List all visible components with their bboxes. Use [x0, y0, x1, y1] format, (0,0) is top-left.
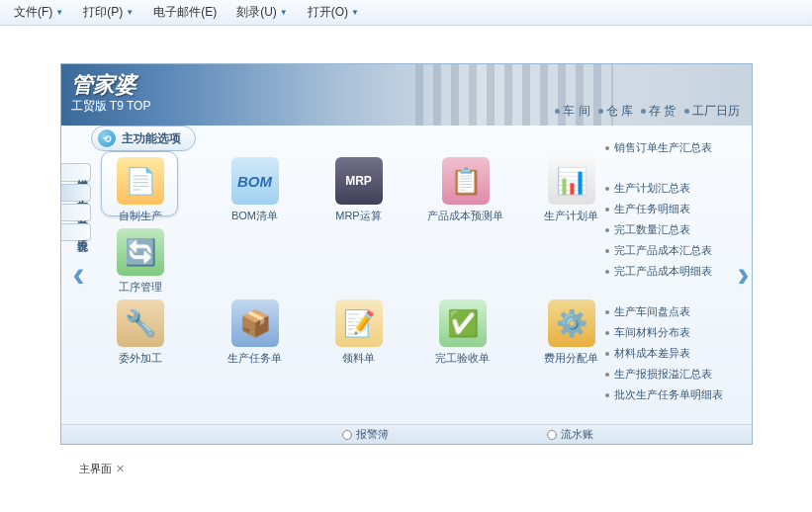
bullet-icon: [605, 187, 609, 191]
chevron-down-icon: ▼: [280, 8, 288, 17]
item-outsource[interactable]: 🔧 委外加工: [101, 299, 180, 366]
report-material-dist[interactable]: 车间材料分布表: [605, 322, 744, 343]
item-bom[interactable]: BOM BOM清单: [216, 157, 295, 223]
item-completion[interactable]: ✅ 完工验收单: [423, 299, 502, 366]
nav-workshop[interactable]: 车 间: [555, 103, 589, 120]
dot-icon: [641, 109, 646, 114]
report-completion-cost-summary[interactable]: 完工产品成本汇总表: [605, 240, 744, 261]
check-icon: ✅: [439, 299, 487, 347]
report-task-detail[interactable]: 生产任务明细表: [605, 199, 744, 219]
chart-icon: 📊: [548, 157, 595, 205]
menu-open[interactable]: 打开(O)▼: [298, 4, 369, 21]
status-bar: 主界面 ✕: [79, 462, 125, 476]
note-icon: 📝: [335, 299, 383, 347]
chevron-down-icon: ▼: [55, 8, 63, 17]
report-completion-cost-detail[interactable]: 完工产品成本明细表: [605, 261, 744, 282]
nav-calendar[interactable]: 工厂日历: [684, 103, 740, 120]
bullet-icon: [605, 228, 609, 232]
calculator-icon: MRP: [335, 157, 383, 205]
footer-alarm[interactable]: 报警簿: [322, 427, 408, 442]
report-completion-qty[interactable]: 完工数量汇总表: [605, 219, 744, 240]
item-self-produce[interactable]: 📄 自制生产: [101, 157, 180, 223]
close-icon[interactable]: ✕: [116, 463, 125, 475]
bom-icon: BOM: [231, 157, 279, 205]
logo: 管家婆 工贸版 T9 TOP: [71, 70, 151, 115]
arrow-right-icon[interactable]: ›: [738, 254, 750, 296]
bullet-icon: [605, 249, 609, 253]
main-functions-label: 主功能选项: [122, 130, 181, 147]
report-list: 销售订单生产汇总表 生产计划汇总表 生产任务明细表 完工数量汇总表 完工产品成本…: [605, 137, 744, 405]
logo-main: 管家婆: [71, 70, 151, 100]
nav-inventory[interactable]: 存 货: [641, 103, 676, 120]
box-icon: 📦: [231, 299, 279, 347]
report-material-cost-diff[interactable]: 材料成本差异表: [605, 343, 744, 364]
dot-icon: [684, 109, 689, 114]
menu-print[interactable]: 打印(P)▼: [73, 4, 143, 21]
main-area: 进销存管理 生产管理 财务管理 系统设置 ⟲ 主功能选项 ‹ 📄 自制生产: [61, 126, 752, 424]
clipboard-icon: 📋: [442, 157, 490, 205]
bullet-icon: [605, 331, 609, 335]
header-banner: 管家婆 工贸版 T9 TOP 车 间 仓 库 存 货 工厂日历: [61, 64, 752, 126]
tab-circle-icon: ⟲: [98, 129, 116, 147]
item-cost-forecast[interactable]: 📋 产品成本预测单: [418, 157, 513, 223]
item-production-plan[interactable]: 📊 生产计划单: [532, 157, 611, 223]
bullet-icon: [605, 393, 609, 397]
document-icon: 📄: [117, 157, 164, 205]
report-loss-surplus[interactable]: 生产报损报溢汇总表: [605, 364, 744, 384]
dot-icon: [598, 109, 603, 114]
arrow-left-icon[interactable]: ‹: [73, 254, 85, 296]
report-batch-task-detail[interactable]: 批次生产任务单明细表: [605, 384, 744, 405]
sidebar-tab-production[interactable]: 生产管理: [61, 184, 91, 202]
window-menubar: 文件(F)▼ 打印(P)▼ 电子邮件(E) 刻录(U)▼ 打开(O)▼: [0, 0, 812, 26]
nav-warehouse[interactable]: 仓 库: [598, 103, 633, 120]
footer-flow[interactable]: 流水账: [527, 427, 613, 442]
bullet-icon: [605, 373, 609, 377]
sidebar-tab-finance[interactable]: 财务管理: [61, 204, 91, 221]
tab-header: ⟲ 主功能选项: [91, 126, 196, 151]
logo-sub: 工贸版 T9 TOP: [71, 98, 151, 115]
content-zone: ⟲ 主功能选项 ‹ 📄 自制生产 BOM BOM清单 MRP MRP运: [91, 126, 752, 424]
sidebar-tab-inventory[interactable]: 进销存管理: [61, 163, 91, 182]
item-cost-alloc[interactable]: ⚙️ 费用分配单: [532, 299, 611, 366]
app-window: 管家婆 工贸版 T9 TOP 车 间 仓 库 存 货 工厂日历 进销存管理 生产…: [60, 63, 753, 445]
radio-icon: [547, 430, 557, 440]
status-main-label: 主界面: [79, 462, 112, 476]
chevron-down-icon: ▼: [351, 8, 359, 17]
report-sales-order-summary[interactable]: 销售订单生产汇总表: [605, 137, 744, 158]
menu-email[interactable]: 电子邮件(E): [143, 4, 226, 21]
bullet-icon: [605, 310, 609, 314]
report-workshop-stock[interactable]: 生产车间盘点表: [605, 301, 744, 322]
bullet-icon: [605, 270, 609, 274]
gear-icon: ⚙️: [548, 299, 595, 347]
chevron-down-icon: ▼: [126, 8, 134, 17]
item-task-order[interactable]: 📦 生产任务单: [216, 299, 295, 366]
refresh-icon: 🔄: [117, 228, 164, 276]
radio-icon: [342, 430, 352, 440]
function-grid: 📄 自制生产 BOM BOM清单 MRP MRP运算 📋 产品成本预测单 📊: [97, 157, 593, 424]
report-plan-summary[interactable]: 生产计划汇总表: [605, 178, 744, 199]
bullet-icon: [605, 208, 609, 212]
menu-burn[interactable]: 刻录(U)▼: [226, 4, 298, 21]
bullet-icon: [605, 146, 609, 150]
dot-icon: [555, 109, 560, 114]
main-functions-tab[interactable]: ⟲ 主功能选项: [91, 126, 196, 151]
bullet-icon: [605, 352, 609, 356]
menu-file[interactable]: 文件(F)▼: [4, 4, 73, 21]
footer-bar: 报警簿 流水账: [61, 424, 752, 444]
item-material-req[interactable]: 📝 领料单: [319, 299, 399, 366]
item-process-mgmt[interactable]: 🔄 工序管理: [101, 228, 180, 295]
wrench-icon: 🔧: [117, 299, 164, 347]
header-nav: 车 间 仓 库 存 货 工厂日历: [555, 103, 739, 120]
item-mrp[interactable]: MRP MRP运算: [319, 157, 399, 223]
sidebar-tab-system[interactable]: 系统设置: [61, 223, 91, 241]
